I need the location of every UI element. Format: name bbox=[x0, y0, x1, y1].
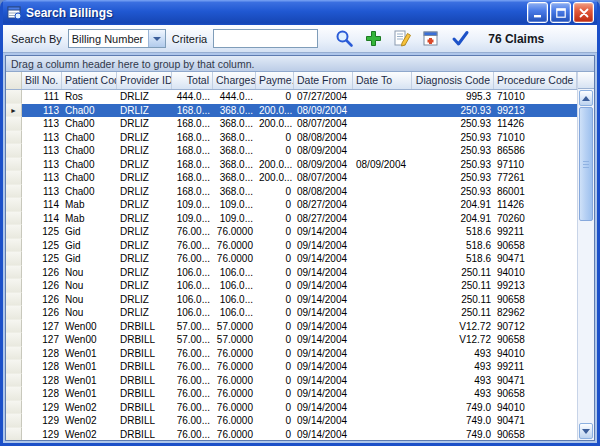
cell-payment[interactable]: 0 bbox=[256, 387, 294, 401]
cell-diagnosis_code[interactable]: 250.93 bbox=[412, 144, 494, 158]
cell-patient_code[interactable]: Gid bbox=[62, 225, 117, 239]
cell-charges[interactable]: 76.0000 bbox=[213, 360, 256, 374]
table-row[interactable]: 126NouDRLIZ106.0...106.0...009/14/200425… bbox=[6, 293, 577, 307]
cell-charges[interactable]: 106.0... bbox=[213, 293, 256, 307]
cell-patient_code[interactable]: Nou bbox=[62, 306, 117, 320]
cell-diagnosis_code[interactable]: 250.93 bbox=[412, 131, 494, 145]
cell-patient_code[interactable]: Cha00 bbox=[62, 131, 117, 145]
cell-provider_id[interactable]: DRLIZ bbox=[117, 90, 172, 104]
scrollbar-track[interactable] bbox=[578, 107, 594, 422]
cell-total[interactable]: 444.0... bbox=[172, 90, 213, 104]
cell-procedure_code[interactable]: 99213 bbox=[494, 279, 577, 293]
cell-date_to[interactable] bbox=[353, 387, 412, 401]
cell-payment[interactable]: 0 bbox=[256, 185, 294, 199]
cell-patient_code[interactable]: Cha00 bbox=[62, 158, 117, 172]
cell-charges[interactable]: 76.0000 bbox=[213, 252, 256, 266]
cell-patient_code[interactable]: Gid bbox=[62, 252, 117, 266]
cell-provider_id[interactable]: DRLIZ bbox=[117, 279, 172, 293]
cell-total[interactable]: 109.0... bbox=[172, 198, 213, 212]
cell-diagnosis_code[interactable]: 204.91 bbox=[412, 198, 494, 212]
cell-diagnosis_code[interactable]: 493 bbox=[412, 347, 494, 361]
cell-total[interactable]: 76.00... bbox=[172, 401, 213, 415]
cell-bill_no[interactable]: 129 bbox=[22, 401, 62, 415]
cell-bill_no[interactable]: 126 bbox=[22, 306, 62, 320]
table-row[interactable]: ►113Cha00DRLIZ168.0...368.0...200.0...08… bbox=[6, 104, 577, 118]
cell-bill_no[interactable]: 114 bbox=[22, 212, 62, 226]
table-row[interactable]: 128Wen01DRBILL76.00...76.0000009/14/2004… bbox=[6, 360, 577, 374]
column-header-payment[interactable]: Payme... bbox=[256, 72, 294, 89]
cell-diagnosis_code[interactable]: 250.93 bbox=[412, 117, 494, 131]
cell-provider_id[interactable]: DRLIZ bbox=[117, 117, 172, 131]
cell-date_to[interactable] bbox=[353, 374, 412, 388]
table-row[interactable]: 129Wen02DRBILL76.00...76.0000009/14/2004… bbox=[6, 414, 577, 428]
cell-patient_code[interactable]: Ros bbox=[62, 90, 117, 104]
cell-bill_no[interactable]: 128 bbox=[22, 387, 62, 401]
column-header-diagnosis_code[interactable]: Diagnosis Code bbox=[412, 72, 494, 89]
cell-date_from[interactable]: 08/08/2004 bbox=[294, 185, 353, 199]
table-row[interactable]: 125GidDRLIZ76.00...76.0000009/14/2004518… bbox=[6, 239, 577, 253]
cell-date_to[interactable] bbox=[353, 144, 412, 158]
cell-date_to[interactable] bbox=[353, 320, 412, 334]
group-by-panel[interactable]: Drag a column header here to group by th… bbox=[6, 56, 594, 72]
cell-date_to[interactable] bbox=[353, 171, 412, 185]
cell-procedure_code[interactable]: 90712 bbox=[494, 320, 577, 334]
cell-payment[interactable]: 0 bbox=[256, 144, 294, 158]
cell-bill_no[interactable]: 127 bbox=[22, 333, 62, 347]
table-row[interactable]: 113Cha00DRLIZ168.0...368.0...008/08/2004… bbox=[6, 131, 577, 145]
cell-diagnosis_code[interactable]: 493 bbox=[412, 374, 494, 388]
cell-charges[interactable]: 76.0000 bbox=[213, 387, 256, 401]
cell-patient_code[interactable]: Nou bbox=[62, 266, 117, 280]
cell-procedure_code[interactable]: 11426 bbox=[494, 117, 577, 131]
cell-total[interactable]: 168.0... bbox=[172, 144, 213, 158]
column-header-charges[interactable]: Charges bbox=[213, 72, 256, 89]
cell-diagnosis_code[interactable]: 749.0 bbox=[412, 414, 494, 428]
table-row[interactable]: 113Cha00DRLIZ168.0...368.0...200.0...08/… bbox=[6, 158, 577, 172]
cell-date_to[interactable] bbox=[353, 360, 412, 374]
table-row[interactable]: 127Wen00DRBILL57.00...57.0000009/14/2004… bbox=[6, 320, 577, 334]
cell-charges[interactable]: 368.0... bbox=[213, 104, 256, 118]
cell-patient_code[interactable]: Wen01 bbox=[62, 374, 117, 388]
cell-total[interactable]: 76.00... bbox=[172, 428, 213, 441]
cell-date_from[interactable]: 09/14/2004 bbox=[294, 239, 353, 253]
cell-charges[interactable]: 76.0000 bbox=[213, 428, 256, 441]
cell-diagnosis_code[interactable]: 250.11 bbox=[412, 293, 494, 307]
cell-total[interactable]: 106.0... bbox=[172, 306, 213, 320]
cell-diagnosis_code[interactable]: 518.6 bbox=[412, 239, 494, 253]
scroll-up-button[interactable] bbox=[579, 90, 593, 106]
cell-provider_id[interactable]: DRBILL bbox=[117, 320, 172, 334]
cell-payment[interactable]: 0 bbox=[256, 239, 294, 253]
cell-date_to[interactable] bbox=[353, 131, 412, 145]
cell-diagnosis_code[interactable]: 250.11 bbox=[412, 266, 494, 280]
cell-date_from[interactable]: 08/27/2004 bbox=[294, 198, 353, 212]
edit-claim-button[interactable] bbox=[392, 29, 412, 49]
table-row[interactable]: 128Wen01DRBILL76.00...76.0000009/14/2004… bbox=[6, 374, 577, 388]
table-row[interactable]: 114MabDRLIZ109.0...109.0...008/27/200420… bbox=[6, 198, 577, 212]
cell-provider_id[interactable]: DRLIZ bbox=[117, 252, 172, 266]
scrollbar-thumb[interactable] bbox=[579, 107, 593, 221]
cell-provider_id[interactable]: DRLIZ bbox=[117, 171, 172, 185]
cell-charges[interactable]: 76.0000 bbox=[213, 414, 256, 428]
table-row[interactable]: 128Wen01DRBILL76.00...76.0000009/14/2004… bbox=[6, 387, 577, 401]
cell-bill_no[interactable]: 125 bbox=[22, 252, 62, 266]
column-header-bill_no[interactable]: Bill No. bbox=[22, 72, 62, 89]
table-row[interactable]: 129Wen02DRBILL76.00...76.0000009/14/2004… bbox=[6, 401, 577, 415]
cell-date_to[interactable] bbox=[353, 279, 412, 293]
cell-diagnosis_code[interactable]: 518.6 bbox=[412, 225, 494, 239]
cell-charges[interactable]: 106.0... bbox=[213, 266, 256, 280]
cell-procedure_code[interactable]: 90658 bbox=[494, 239, 577, 253]
cell-payment[interactable]: 0 bbox=[256, 333, 294, 347]
cell-charges[interactable]: 106.0... bbox=[213, 279, 256, 293]
cell-date_from[interactable]: 08/07/2004 bbox=[294, 171, 353, 185]
table-row[interactable]: 129Wen02DRBILL76.00...76.0000009/14/2004… bbox=[6, 428, 577, 441]
cell-diagnosis_code[interactable]: 995.3 bbox=[412, 90, 494, 104]
cell-provider_id[interactable]: DRLIZ bbox=[117, 131, 172, 145]
cell-total[interactable]: 168.0... bbox=[172, 185, 213, 199]
post-claim-button[interactable] bbox=[450, 29, 470, 49]
cell-patient_code[interactable]: Wen00 bbox=[62, 320, 117, 334]
cell-provider_id[interactable]: DRLIZ bbox=[117, 293, 172, 307]
cell-payment[interactable]: 0 bbox=[256, 401, 294, 415]
cell-date_from[interactable]: 09/14/2004 bbox=[294, 293, 353, 307]
cell-total[interactable]: 109.0... bbox=[172, 212, 213, 226]
cell-total[interactable]: 106.0... bbox=[172, 293, 213, 307]
cell-payment[interactable]: 0 bbox=[256, 90, 294, 104]
